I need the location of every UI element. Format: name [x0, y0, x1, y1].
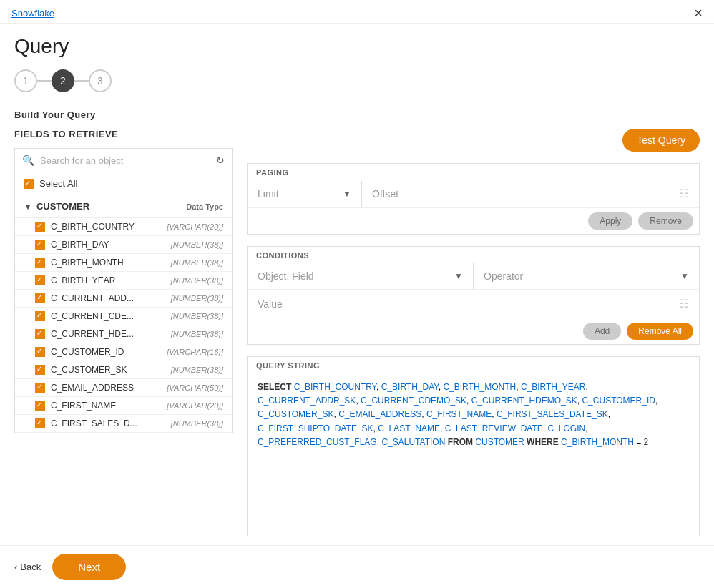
search-bar: 🔍 ↻: [15, 149, 232, 172]
object-field-chevron-icon: ▼: [454, 271, 463, 281]
close-button[interactable]: ×: [694, 6, 703, 20]
field-type: [NUMBER(38)]: [171, 294, 223, 303]
field-checkbox-9[interactable]: [35, 383, 45, 393]
field-name: C_FIRST_NAME: [51, 401, 161, 411]
step-line-2: [74, 80, 89, 82]
fields-list: C_BIRTH_COUNTRY [VARCHAR(20)] C_BIRTH_DA…: [15, 218, 232, 433]
refresh-button[interactable]: ↻: [216, 155, 225, 166]
field-row: C_CURRENT_HDE... [NUMBER(38)]: [15, 325, 232, 343]
step-3-label: 3: [97, 75, 103, 87]
field-type: [NUMBER(38)]: [171, 330, 223, 338]
field-row: C_CURRENT_CDE... [NUMBER(38)]: [15, 308, 232, 325]
offset-icon: ☷: [679, 187, 689, 200]
paging-row: Limit ▼ Offset ☷: [248, 180, 699, 207]
field-name: C_BIRTH_MONTH: [51, 258, 165, 268]
offset-input[interactable]: Offset ☷: [362, 180, 699, 207]
field-name: C_BIRTH_DAY: [51, 240, 165, 250]
field-checkbox-6[interactable]: [35, 329, 45, 339]
field-type: [VARCHAR(16)]: [167, 348, 223, 356]
two-column-layout: FIELDS TO RETRIEVE 🔍 ↻ Select All ▼ CUST…: [14, 129, 700, 536]
search-input[interactable]: [40, 155, 210, 166]
field-row: C_CUSTOMER_ID [VARCHAR(16)]: [15, 343, 232, 361]
select-all-label: Select All: [39, 178, 77, 189]
field-row: C_BIRTH_DAY [NUMBER(38)]: [15, 236, 232, 254]
conditions-section: CONDITIONS Object: Field ▼ Operator ▼ Va…: [247, 246, 700, 345]
field-name: C_EMAIL_ADDRESS: [51, 383, 161, 393]
conditions-row: Object: Field ▼ Operator ▼: [248, 263, 699, 289]
main-content: Query 1 2 3 Build Your Query FIELDS TO R…: [0, 24, 714, 540]
field-checkbox-8[interactable]: [35, 365, 45, 375]
object-field-select[interactable]: Object: Field ▼: [248, 263, 474, 289]
field-type: [NUMBER(38)]: [171, 258, 223, 267]
paging-remove-button[interactable]: Remove: [638, 212, 693, 230]
remove-all-button[interactable]: Remove All: [627, 323, 693, 340]
limit-chevron-icon: ▼: [343, 189, 351, 199]
query-string-section: QUERY STRING SELECT C_BIRTH_COUNTRY, C_B…: [247, 356, 700, 536]
add-button[interactable]: Add: [583, 323, 621, 340]
field-name: C_CURRENT_ADD...: [51, 293, 165, 303]
field-type: [NUMBER(38)]: [171, 312, 223, 320]
build-query-title: Build Your Query: [14, 109, 700, 120]
field-checkbox-5[interactable]: [35, 311, 45, 321]
step-2[interactable]: 2: [52, 69, 74, 92]
field-type: [VARCHAR(20)]: [167, 222, 223, 231]
field-name: C_CURRENT_CDE...: [51, 311, 165, 321]
bottom-bar: ‹ Back Next: [0, 545, 714, 588]
field-checkbox-0[interactable]: [35, 222, 45, 232]
field-checkbox-3[interactable]: [35, 275, 45, 285]
field-type: [VARCHAR(20)]: [167, 401, 223, 410]
query-string-content: SELECT C_BIRTH_COUNTRY, C_BIRTH_DAY, C_B…: [248, 373, 699, 536]
paging-actions: Apply Remove: [248, 207, 699, 234]
operator-select[interactable]: Operator ▼: [474, 263, 699, 289]
page-title: Query: [14, 35, 700, 58]
test-query-row: Test Query: [247, 129, 700, 152]
field-row: C_FIRST_NAME [VARCHAR(20)]: [15, 397, 232, 415]
field-checkbox-1[interactable]: [35, 240, 45, 250]
field-name: C_CURRENT_HDE...: [51, 329, 165, 339]
field-checkbox-7[interactable]: [35, 347, 45, 357]
field-row: C_BIRTH_MONTH [NUMBER(38)]: [15, 254, 232, 272]
field-checkbox-11[interactable]: [35, 418, 45, 428]
data-type-col-header: Data Type: [186, 202, 223, 211]
value-row[interactable]: Value ☷: [248, 289, 699, 318]
snowflake-link[interactable]: Snowflake: [11, 8, 54, 19]
limit-select[interactable]: Limit ▼: [248, 181, 362, 207]
back-link[interactable]: ‹ Back: [14, 562, 41, 572]
field-row: C_EMAIL_ADDRESS [VARCHAR(50)]: [15, 379, 232, 397]
step-3[interactable]: 3: [89, 69, 112, 92]
field-name: C_CUSTOMER_ID: [51, 347, 161, 357]
field-name: C_BIRTH_COUNTRY: [51, 222, 161, 232]
step-line-1: [37, 80, 52, 82]
field-name: C_FIRST_SALES_D...: [51, 418, 165, 428]
customer-header: ▼ CUSTOMER Data Type: [15, 195, 232, 218]
object-field-placeholder: Object: Field: [258, 270, 314, 282]
field-checkbox-10[interactable]: [35, 401, 45, 411]
operator-chevron-icon: ▼: [680, 271, 689, 281]
fields-section-title: FIELDS TO RETRIEVE: [14, 129, 233, 139]
paging-label: PAGING: [248, 164, 699, 180]
value-placeholder: Value: [258, 298, 283, 310]
field-type: [NUMBER(38)]: [171, 276, 223, 285]
step-1-label: 1: [23, 75, 29, 87]
field-name: C_BIRTH_YEAR: [51, 275, 165, 285]
limit-placeholder: Limit: [258, 188, 279, 200]
field-row: C_CURRENT_ADD... [NUMBER(38)]: [15, 290, 232, 308]
right-panel: Test Query PAGING Limit ▼ Offset ☷ Apply: [233, 129, 700, 536]
step-1[interactable]: 1: [14, 69, 37, 92]
field-checkbox-4[interactable]: [35, 293, 45, 303]
select-all-checkbox[interactable]: [24, 179, 34, 189]
select-all-row: Select All: [15, 172, 232, 195]
field-type: [NUMBER(38)]: [171, 366, 223, 374]
field-row: C_FIRST_SALES_D... [NUMBER(38)]: [15, 415, 232, 433]
test-query-button[interactable]: Test Query: [622, 129, 700, 152]
value-icon: ☷: [679, 297, 689, 310]
left-panel: 🔍 ↻ Select All ▼ CUSTOMER Data Type C: [14, 148, 233, 433]
field-checkbox-2[interactable]: [35, 258, 45, 268]
conditions-actions: Add Remove All: [248, 318, 699, 344]
customer-chevron-icon[interactable]: ▼: [24, 202, 32, 212]
query-string-label: QUERY STRING: [248, 357, 699, 373]
apply-button[interactable]: Apply: [588, 212, 632, 230]
next-button[interactable]: Next: [52, 554, 126, 580]
field-row: C_CUSTOMER_SK [NUMBER(38)]: [15, 361, 232, 379]
step-2-label: 2: [60, 75, 66, 87]
